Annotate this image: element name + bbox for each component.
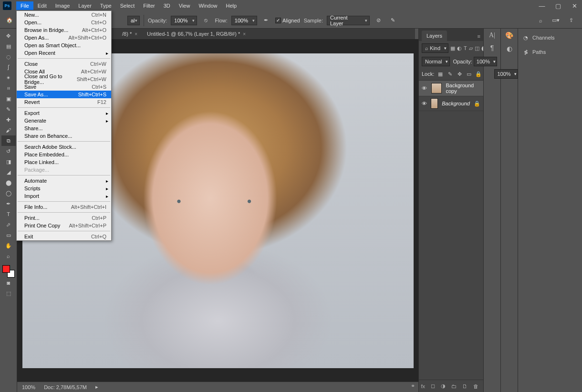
adjust-panel-icon[interactable]: ◐: [507, 45, 512, 52]
paragraph-panel-icon[interactable]: ¶: [490, 44, 494, 52]
tool-dodge[interactable]: ◯: [1, 188, 16, 198]
tool-pen[interactable]: ✒: [1, 198, 16, 209]
tool-artboard[interactable]: ▤: [1, 41, 16, 52]
layer-opacity[interactable]: 100%: [474, 57, 497, 66]
tool-marquee[interactable]: ◌: [1, 52, 16, 62]
filter-shape-icon[interactable]: ▱: [469, 44, 473, 52]
menu-item[interactable]: Place Linked...: [17, 158, 111, 166]
menu-item[interactable]: CloseCtrl+W: [17, 60, 111, 68]
layer-fill[interactable]: 100%: [494, 69, 518, 79]
tool-move[interactable]: ✥: [1, 31, 16, 41]
tool-path[interactable]: ⬀: [1, 219, 16, 230]
menu-item[interactable]: Scripts: [17, 185, 111, 192]
channels-panel-btn[interactable]: ◔Channels: [521, 32, 579, 43]
new-layer-icon[interactable]: 🗋: [462, 383, 468, 389]
lock-all-icon[interactable]: 🔒: [475, 71, 482, 77]
menu-layer[interactable]: Layer: [74, 1, 96, 10]
document-tab[interactable]: Untitled-1 @ 66,7% (Layer 1, RGB/8#) *×: [142, 30, 250, 38]
aligned-checkbox[interactable]: Aligned: [275, 18, 300, 23]
menu-item[interactable]: Import: [17, 192, 111, 200]
menu-item[interactable]: Browse in Bridge...Alt+Ctrl+O: [17, 26, 111, 34]
filter-pixel-icon[interactable]: ▦: [450, 44, 455, 52]
flow-value[interactable]: 100%: [231, 16, 257, 25]
menu-item[interactable]: Close and Go to Bridge...Shift+Ctrl+W: [17, 75, 111, 83]
tool-healing[interactable]: ✚: [1, 114, 16, 125]
pressure-size-icon[interactable]: ✎: [388, 15, 398, 26]
tool-blur[interactable]: ⬤: [1, 177, 16, 188]
tool-eraser[interactable]: ◨: [1, 156, 16, 167]
menu-item[interactable]: ExitCtrl+Q: [17, 233, 111, 240]
tool-shape[interactable]: ▭: [1, 230, 16, 240]
group-icon[interactable]: 🗀: [451, 383, 457, 389]
blend-mode-dropdown[interactable]: Normal: [422, 57, 450, 66]
menu-item[interactable]: Print...Ctrl+P: [17, 214, 111, 222]
tool-frame[interactable]: ▣: [1, 93, 16, 104]
menu-help[interactable]: Help: [222, 1, 241, 10]
screenmode-icon[interactable]: ⬚: [1, 288, 16, 299]
menu-type[interactable]: Type: [96, 1, 116, 10]
home-icon[interactable]: 🏠: [4, 15, 15, 26]
paths-panel-btn[interactable]: ≸Paths: [521, 47, 579, 57]
character-panel-icon[interactable]: A|: [489, 31, 495, 39]
tool-crop[interactable]: ⌗: [1, 83, 16, 93]
menu-item[interactable]: Share on Behance...: [17, 132, 111, 140]
menu-item[interactable]: New...Ctrl+N: [17, 11, 111, 19]
color-panel-icon[interactable]: 🎨: [505, 31, 513, 39]
menu-3d[interactable]: 3D: [159, 1, 175, 10]
adjustment-layer-icon[interactable]: ◑: [441, 383, 446, 389]
airbrush-icon[interactable]: ✒: [261, 15, 271, 26]
document-tab[interactable]: /8) *×: [117, 30, 142, 38]
tool-hand[interactable]: ✋: [1, 240, 16, 251]
sample-dropdown[interactable]: Current Layer: [327, 16, 370, 25]
zoom-level[interactable]: 100%: [22, 384, 35, 390]
lock-transparency-icon[interactable]: ▦: [437, 71, 444, 77]
close-window-icon[interactable]: ✕: [571, 2, 578, 10]
layer-mask-icon[interactable]: ◻: [431, 383, 435, 389]
visibility-icon[interactable]: 👁: [422, 85, 427, 91]
brush-preset-dropdown[interactable]: al: [127, 16, 140, 25]
search-icon[interactable]: ⌕: [535, 15, 546, 26]
menu-item[interactable]: Save As...Shift+Ctrl+S: [17, 91, 111, 98]
minimize-icon[interactable]: —: [538, 2, 546, 10]
tool-eyedrop[interactable]: ✎: [1, 104, 16, 114]
filter-type-icon[interactable]: T: [464, 44, 467, 52]
status-arrow-icon[interactable]: ▸: [95, 384, 98, 390]
menu-item[interactable]: Open...Ctrl+O: [17, 19, 111, 26]
menu-select[interactable]: Select: [116, 1, 139, 10]
layer-row[interactable]: 👁Background copy: [419, 81, 483, 96]
layers-tab[interactable]: Layers: [422, 31, 447, 41]
filter-kind-dropdown[interactable]: ⌕ Kind: [422, 43, 448, 53]
layer-fx-icon[interactable]: fx: [421, 383, 425, 389]
close-tab-icon[interactable]: ×: [243, 31, 246, 37]
menu-item[interactable]: Open Recent: [17, 49, 111, 57]
menu-window[interactable]: Window: [194, 1, 221, 10]
layer-row[interactable]: 👁Background🔒: [419, 96, 483, 111]
lock-pixels-icon[interactable]: ✎: [447, 71, 453, 77]
menu-edit[interactable]: Edit: [33, 1, 51, 10]
menu-image[interactable]: Image: [51, 1, 74, 10]
tool-wand[interactable]: ✴: [1, 72, 16, 83]
tool-brush[interactable]: 🖌: [1, 125, 16, 135]
menu-item[interactable]: Place Embedded...: [17, 151, 111, 158]
menu-item[interactable]: Open As...Alt+Shift+Ctrl+O: [17, 34, 111, 41]
delete-layer-icon[interactable]: 🗑: [473, 383, 478, 389]
color-swatch[interactable]: [2, 265, 15, 278]
tool-gradient[interactable]: ◢: [1, 167, 16, 177]
pressure-opacity-icon[interactable]: ⦸: [201, 15, 211, 26]
tool-lasso[interactable]: ʃ: [1, 62, 16, 72]
tool-zoom[interactable]: ⌕: [1, 251, 16, 261]
menu-item[interactable]: Search Adobe Stock...: [17, 143, 111, 151]
menu-item[interactable]: Print One CopyAlt+Shift+Ctrl+P: [17, 222, 111, 229]
quickmask-icon[interactable]: ◙: [1, 278, 16, 288]
menu-view[interactable]: View: [175, 1, 195, 10]
menu-item[interactable]: Export: [17, 109, 111, 117]
lock-artboard-icon[interactable]: ▭: [466, 71, 472, 77]
filter-smart-icon[interactable]: ◫: [475, 44, 479, 52]
tool-type[interactable]: T: [1, 209, 16, 219]
share-icon[interactable]: ⇪: [566, 15, 576, 26]
tool-history[interactable]: ↺: [1, 146, 16, 156]
menu-item[interactable]: Generate: [17, 117, 111, 124]
close-tab-icon[interactable]: ×: [135, 31, 137, 37]
lock-position-icon[interactable]: ✥: [456, 71, 463, 77]
menu-item[interactable]: Share...: [17, 124, 111, 132]
